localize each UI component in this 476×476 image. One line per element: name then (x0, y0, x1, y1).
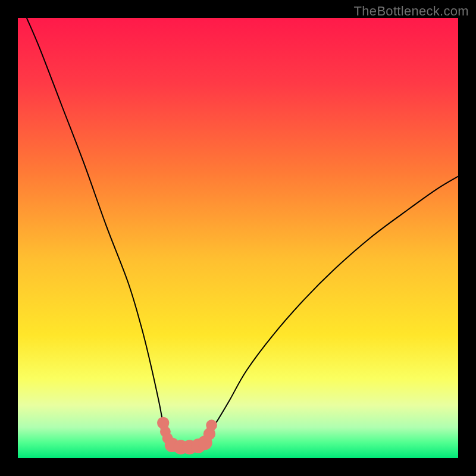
gradient-background (18, 18, 458, 458)
chart-svg (18, 18, 458, 458)
watermark-text: TheBottleneck.com (354, 4, 469, 19)
plot-area (18, 18, 458, 458)
valley-bead (206, 419, 217, 431)
